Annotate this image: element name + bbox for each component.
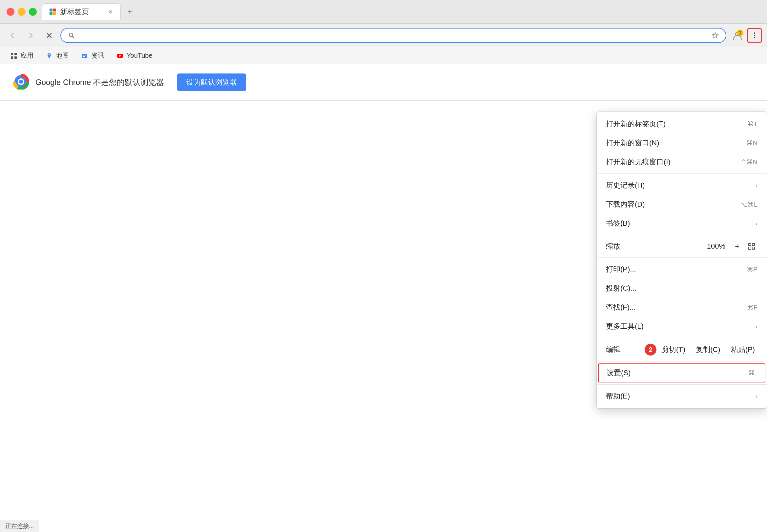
menu-item-cast[interactable]: 投射(C)... [597,279,767,298]
menu-item-new-incognito-label: 打开新的无痕窗口(I) [606,157,728,167]
svg-rect-15 [11,56,13,59]
title-bar: 新标签页 ✕ + [0,0,767,24]
menu-item-help[interactable]: 帮助(E) › [597,387,767,406]
menu-item-help-label: 帮助(E) [606,391,753,401]
close-window-btn[interactable] [7,8,14,16]
maximize-window-btn[interactable] [29,8,37,16]
menu-item-history[interactable]: 历史记录(H) › [597,176,767,195]
svg-rect-28 [752,247,755,249]
edit-button-group: 剪切(T) 复制(C) 粘贴(P) [659,343,757,356]
menu-item-new-incognito[interactable]: 打开新的无痕窗口(I) ⇧⌘N [597,153,767,172]
chrome-menu-button[interactable] [747,28,762,43]
tab-favicon-icon [49,8,57,16]
menu-item-new-window-label: 打开新的窗口(N) [606,138,733,148]
edit-label: 编辑 [606,345,645,355]
edit-row: 编辑 2 剪切(T) 复制(C) 粘贴(P) [597,340,767,359]
chrome-notification: Google Chrome 不是您的默认浏览器 设为默认浏览器 [0,64,767,101]
back-button[interactable] [5,28,20,43]
bookmark-apps[interactable]: 应用 [5,49,38,62]
svg-rect-16 [14,56,17,59]
bookmark-star-icon[interactable] [710,30,720,41]
zoom-plus-button[interactable]: + [731,240,743,252]
menu-item-more-tools-label: 更多工具(L) [606,321,753,331]
more-tools-arrow-icon: › [756,323,757,330]
menu-item-new-tab-label: 打开新的标签页(T) [606,119,734,129]
menu-item-print-shortcut: ⌘P [747,265,757,273]
menu-item-bookmarks[interactable]: 书签(B) › [597,214,767,233]
search-icon [66,30,77,41]
new-tab-button[interactable]: + [123,5,136,18]
menu-item-settings-label: 设置(S) [607,368,735,378]
menu-item-find-shortcut: ⌘F [747,303,757,311]
svg-point-12 [754,37,755,38]
tab-title: 新标签页 [60,7,89,17]
profile-badge: 1 [737,30,743,36]
svg-point-24 [19,80,23,84]
menu-divider-3 [597,257,767,258]
menu-divider-6 [597,384,767,385]
notification-text: Google Chrome 不是您的默认浏览器 [35,77,164,88]
svg-line-7 [73,36,74,38]
menu-item-new-incognito-shortcut: ⇧⌘N [741,158,757,166]
svg-rect-25 [749,243,751,246]
bookmark-maps-label: 地图 [56,51,69,60]
chrome-logo-icon [13,74,29,91]
menu-item-new-tab[interactable]: 打开新的标签页(T) ⌘T [597,114,767,133]
menu-item-history-label: 历史记录(H) [606,180,753,190]
set-default-button[interactable]: 设为默认浏览器 [177,73,246,91]
menu-item-settings[interactable]: 设置(S) ⌘, [598,363,765,382]
copy-button[interactable]: 复制(C) [693,343,723,356]
svg-rect-13 [11,53,13,55]
browser-window: 新标签页 ✕ + [0,0,767,532]
tab-bar: 新标签页 ✕ + [42,3,760,20]
bookmark-maps[interactable]: 地图 [41,49,73,62]
menu-item-find[interactable]: 查找(F)... ⌘F [597,298,767,317]
context-menu: 打开新的标签页(T) ⌘T 打开新的窗口(N) ⌘N 打开新的无痕窗口(I) ⇧… [596,112,767,409]
browser-content: Google Chrome 不是您的默认浏览器 设为默认浏览器 正在连接... … [0,64,767,532]
zoom-value: 100% [706,242,726,251]
svg-rect-14 [14,53,17,55]
svg-rect-27 [749,247,751,249]
fullscreen-button[interactable] [746,240,757,252]
menu-item-new-window-shortcut: ⌘N [746,139,757,147]
youtube-icon [116,52,124,60]
browser-actions: 1 [730,28,762,43]
svg-rect-2 [50,12,52,15]
menu-divider-5 [597,361,767,361]
zoom-row: 缩放 - 100% + [597,237,767,256]
address-bar[interactable] [60,28,726,43]
apps-icon [10,52,18,60]
bookmark-youtube[interactable]: YouTube [112,50,157,62]
svg-rect-18 [83,55,87,55]
svg-point-11 [754,35,755,36]
zoom-minus-button[interactable]: - [689,240,701,252]
profile-button[interactable]: 1 [730,28,745,43]
menu-divider-2 [597,235,767,235]
minimize-window-btn[interactable] [18,8,26,16]
paste-button[interactable]: 粘贴(P) [728,343,757,356]
nav-bar: 1 [0,24,767,47]
svg-rect-0 [50,9,52,11]
menu-item-settings-shortcut: ⌘, [748,369,757,377]
active-tab[interactable]: 新标签页 ✕ [42,3,121,20]
url-input[interactable] [80,31,707,40]
menu-item-find-label: 查找(F)... [606,302,734,312]
menu-item-print[interactable]: 打印(P)... ⌘P [597,260,767,279]
bookmark-news-label: 资讯 [91,51,104,60]
menu-divider-1 [597,174,767,174]
menu-item-new-window[interactable]: 打开新的窗口(N) ⌘N [597,133,767,153]
menu-item-downloads[interactable]: 下载内容(D) ⌥⌘L [597,195,767,214]
bookmark-news[interactable]: 资讯 [76,49,109,62]
svg-rect-1 [53,9,56,11]
forward-button[interactable] [24,28,38,43]
status-bar: 正在连接... [0,520,39,532]
cut-button[interactable]: 剪切(T) [659,343,688,356]
svg-marker-8 [712,32,718,38]
stop-button[interactable] [42,28,56,43]
menu-item-cast-label: 投射(C)... [606,283,757,293]
bookmarks-bar: 应用 地图 资讯 YouTube [0,47,767,64]
tab-close-button[interactable]: ✕ [107,8,114,15]
step2-indicator: 2 [645,344,656,356]
menu-item-more-tools[interactable]: 更多工具(L) › [597,317,767,336]
menu-item-downloads-label: 下载内容(D) [606,199,727,209]
